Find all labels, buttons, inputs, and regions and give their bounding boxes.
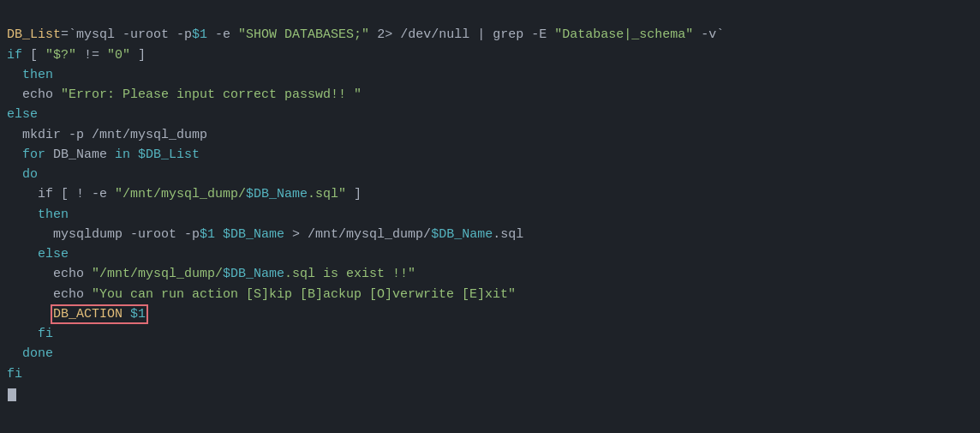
code-line: for DB_Name in $DB_List — [7, 145, 973, 165]
code-line: mkdir -p /mnt/mysql_dump — [7, 125, 973, 145]
code-line: echo "/mnt/mysql_dump/$DB_Name.sql is ex… — [7, 264, 973, 284]
code-line: do — [7, 165, 973, 184]
code-line: then — [7, 65, 973, 85]
code-line: then — [7, 205, 973, 225]
code-line: DB_List=`mysql -uroot -p$1 -e "SHOW DATA… — [7, 25, 973, 45]
code-line: done — [7, 344, 973, 364]
code-line: fi — [7, 364, 973, 384]
code-line: echo "You can run action [S]kip [B]ackup… — [7, 285, 973, 304]
code-line: else — [7, 105, 973, 124]
code-line: else — [7, 244, 973, 264]
code-line: mysqldump -uroot -p$1 $DB_Name > /mnt/my… — [7, 225, 973, 244]
code-line: echo "Error: Please input correct passwd… — [7, 85, 973, 105]
code-line: if [ ! -e "/mnt/mysql_dump/$DB_Name.sql"… — [7, 184, 973, 204]
code-line: if [ "$?" != "0" ] — [7, 45, 973, 65]
code-editor: DB_List=`mysql -uroot -p$1 -e "SHOW DATA… — [0, 0, 980, 409]
code-line: DB_ACTION $1 — [7, 304, 973, 324]
code-line: fi — [7, 324, 973, 344]
code-line — [7, 384, 973, 404]
